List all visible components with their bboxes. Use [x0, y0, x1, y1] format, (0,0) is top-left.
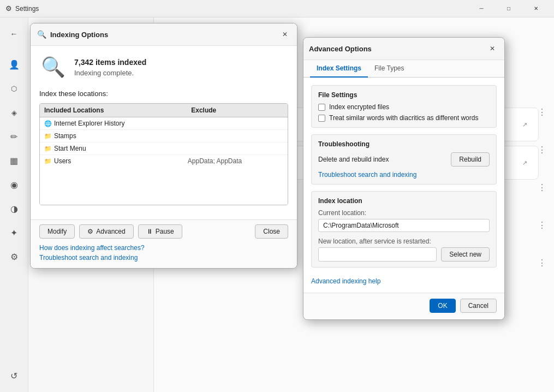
- dots-3[interactable]: ⋮: [535, 180, 549, 195]
- back-button[interactable]: ←: [3, 23, 25, 45]
- troubleshooting-section: Troubleshooting Delete and rebuild index…: [311, 134, 497, 185]
- checkbox-row-diacritics: Treat similar words with diacritics as d…: [318, 114, 490, 122]
- locations-body: 🌐 Internet Explorer History 📁 Stamps: [40, 117, 288, 205]
- sidebar-icon-wifi[interactable]: ◈: [3, 102, 25, 123]
- advanced-help-link[interactable]: Advanced indexing help: [311, 277, 380, 285]
- rebuild-button[interactable]: Rebuild: [451, 152, 490, 167]
- pause-button[interactable]: ⏸ Pause: [138, 224, 182, 239]
- sidebar-icon-brush[interactable]: ✏: [3, 126, 25, 147]
- dots-4[interactable]: ⋮: [535, 218, 549, 233]
- sidebar-icon-person[interactable]: 👤: [3, 54, 25, 75]
- rebuild-label: Delete and rebuild index: [318, 156, 389, 163]
- advanced-button[interactable]: ⚙ Advanced: [79, 224, 133, 239]
- close-button[interactable]: ✕: [523, 0, 549, 17]
- file-settings-section: File Settings Index encrypted files Trea…: [311, 85, 497, 128]
- advanced-tabs: Index Settings File Types: [303, 60, 504, 78]
- indexing-footer-left: Modify ⚙ Advanced ⏸ Pause How does index…: [39, 224, 182, 262]
- sidebar-icon-update[interactable]: ↺: [3, 365, 25, 387]
- dialog-links: How does indexing affect searches? Troub…: [39, 244, 182, 262]
- sidebar-icon-bluetooth[interactable]: ⬡: [3, 78, 25, 99]
- window-title: Settings: [15, 5, 39, 13]
- checkbox-diacritics-label: Treat similar words with diacritics as d…: [329, 114, 478, 122]
- sidebar-icon-puzzle[interactable]: ✦: [3, 222, 25, 243]
- new-location-label: New location, after service is restarted…: [318, 237, 490, 245]
- location-name-startmenu: 📁 Start Menu: [44, 145, 188, 152]
- modify-button[interactable]: Modify: [39, 224, 75, 239]
- checkbox-diacritics[interactable]: [318, 115, 325, 122]
- indexing-dialog-titlebar: 🔍 Indexing Options ✕: [31, 23, 297, 46]
- locations-table: Included Locations Exclude 🌐 Internet Ex…: [39, 103, 288, 205]
- index-image-icon: 🔍: [39, 54, 67, 81]
- troubleshoot-indexing-link[interactable]: Troubleshoot search and indexing: [318, 171, 416, 179]
- indexing-btn-row: Modify ⚙ Advanced ⏸ Pause: [39, 224, 182, 239]
- index-count: 7,342 items indexed: [74, 58, 146, 67]
- current-location-label: Current location:: [318, 209, 490, 217]
- tab-index-settings[interactable]: Index Settings: [310, 60, 368, 78]
- ok-button[interactable]: OK: [430, 299, 455, 313]
- minimize-button[interactable]: ─: [469, 0, 494, 17]
- new-location-row: Select new: [318, 247, 490, 262]
- location-name-ie: 🌐 Internet Explorer History: [44, 120, 188, 127]
- advanced-btn-icon: ⚙: [87, 228, 93, 235]
- locations-header: Included Locations Exclude: [40, 104, 288, 117]
- sidebar-icon-globe[interactable]: ◑: [3, 198, 25, 219]
- indexing-dialog-title: Indexing Options: [50, 31, 278, 39]
- stamps-icon: 📁: [44, 133, 52, 140]
- rebuild-row: Delete and rebuild index Rebuild: [318, 152, 490, 167]
- troubleshoot-link[interactable]: Troubleshoot search and indexing: [39, 254, 182, 262]
- dots-2[interactable]: ⋮: [535, 142, 549, 157]
- indexing-options-dialog: 🔍 Indexing Options ✕ 🔍 7,342 items index…: [30, 23, 297, 269]
- close-button[interactable]: Close: [255, 224, 288, 239]
- index-status: 🔍 7,342 items indexed Indexing complete.: [39, 54, 288, 81]
- location-name-stamps: 📁 Stamps: [44, 132, 188, 140]
- sidebar: ← 👤 ⬡ ◈ ✏ ▦ ◉ ◑ ✦ ⚙ ↺: [0, 17, 28, 392]
- select-new-button[interactable]: Select new: [441, 247, 490, 262]
- startmenu-icon: 📁: [44, 145, 52, 152]
- indexer-troubleshooter-external-icon: ↗: [520, 158, 529, 168]
- context-menu-dots: ⋮ ⋮ ⋮ ⋮ ⋮: [535, 105, 549, 270]
- indexing-dialog-icon: 🔍: [36, 29, 47, 40]
- exclude-header: Exclude: [187, 104, 288, 117]
- location-row: 📁 Start Menu: [40, 142, 288, 155]
- new-location-input[interactable]: [318, 247, 437, 262]
- dots-1[interactable]: ⋮: [535, 105, 549, 120]
- checkbox-encrypted-label: Index encrypted files: [329, 103, 389, 111]
- location-row: 🌐 Internet Explorer History: [40, 117, 288, 130]
- index-complete: Indexing complete.: [74, 69, 146, 77]
- index-locations-label: Index these locations:: [39, 90, 288, 98]
- checkbox-encrypted[interactable]: [318, 104, 325, 111]
- window-controls: ─ □ ✕: [469, 0, 549, 17]
- location-row: 📁 Stamps: [40, 130, 288, 142]
- indexing-dialog-close-button[interactable]: ✕: [278, 28, 291, 41]
- file-settings-title: File Settings: [318, 91, 490, 99]
- advanced-body: File Settings Index encrypted files Trea…: [303, 78, 504, 293]
- sidebar-icon-person-settings[interactable]: ⚙: [3, 246, 25, 268]
- indexing-help-link[interactable]: How does indexing affect searches?: [39, 244, 182, 252]
- pause-btn-icon: ⏸: [146, 228, 153, 235]
- index-location-title: Index location: [318, 197, 490, 205]
- indexing-dialog-body: 🔍 7,342 items indexed Indexing complete.…: [31, 46, 297, 219]
- indexing-dialog-footer: Modify ⚙ Advanced ⏸ Pause How does index…: [31, 219, 297, 268]
- index-location-section: Index location Current location: C:\Prog…: [311, 191, 497, 268]
- advanced-dialog-footer: OK Cancel: [303, 293, 504, 319]
- location-row: 📁 Users AppData; AppData: [40, 155, 288, 167]
- current-location-value: C:\ProgramData\Microsoft: [318, 219, 490, 232]
- sidebar-icon-chart[interactable]: ▦: [3, 150, 25, 171]
- users-icon: 📁: [44, 158, 52, 165]
- index-status-text: 7,342 items indexed Indexing complete.: [74, 58, 146, 77]
- cancel-button[interactable]: Cancel: [460, 299, 497, 313]
- tab-file-types[interactable]: File Types: [368, 60, 410, 78]
- maximize-button[interactable]: □: [496, 0, 521, 17]
- advanced-dialog-close-button[interactable]: ✕: [486, 42, 499, 55]
- included-locations-header: Included Locations: [40, 104, 187, 117]
- sidebar-icon-user[interactable]: ◉: [3, 174, 25, 195]
- advanced-indexing-external-icon: ↗: [520, 120, 529, 129]
- title-bar: ⚙ Settings ─ □ ✕: [0, 0, 554, 17]
- troubleshooting-title: Troubleshooting: [318, 140, 490, 148]
- dots-5[interactable]: ⋮: [535, 256, 549, 270]
- ie-icon: 🌐: [44, 120, 52, 127]
- settings-window-icon: ⚙: [5, 4, 12, 13]
- location-exclude-users: AppData; AppData: [188, 157, 283, 165]
- advanced-options-dialog: Advanced Options ✕ Index Settings File T…: [303, 37, 505, 320]
- advanced-dialog-title: Advanced Options: [309, 45, 486, 53]
